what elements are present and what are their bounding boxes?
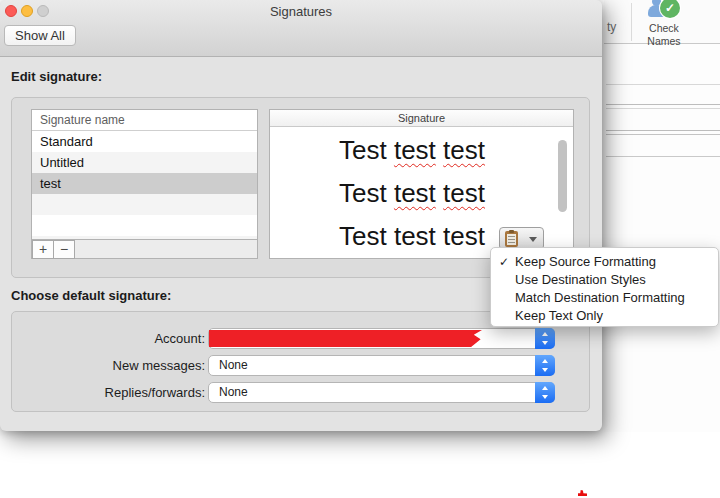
- replies-forwards-dropdown[interactable]: None: [208, 382, 555, 403]
- signature-text-line: Test test test: [339, 178, 485, 209]
- check-names-button[interactable]: ✓ Check Names: [634, 0, 694, 44]
- field-separator: [606, 134, 720, 135]
- list-item-untitled[interactable]: Untitled: [32, 152, 257, 173]
- signature-preview-pane[interactable]: Signature Test test test Test test test …: [269, 109, 574, 259]
- word: Test: [339, 135, 387, 165]
- dropdown-caret-icon: [529, 237, 537, 242]
- field-separator: [606, 156, 720, 157]
- titlebar: Signatures Show All: [0, 0, 602, 57]
- field-separator: [606, 84, 720, 85]
- menu-item-label: Match Destination Formatting: [515, 290, 685, 305]
- show-all-button[interactable]: Show All: [4, 25, 76, 46]
- word: Test: [339, 178, 387, 208]
- field-separator: [606, 130, 720, 131]
- checkmark-icon: ✓: [660, 0, 680, 18]
- new-messages-dropdown[interactable]: None: [208, 355, 555, 376]
- signature-preview-header: Signature: [270, 110, 573, 127]
- check-names-icon: ✓: [647, 0, 681, 21]
- word: Test: [339, 221, 387, 251]
- list-footer: + −: [32, 239, 257, 258]
- replies-forwards-label: Replies/forwards:: [12, 382, 205, 403]
- toolbar-label-fragment: ty: [607, 20, 616, 34]
- word: test: [394, 221, 436, 251]
- stepper-icon[interactable]: [535, 328, 555, 349]
- replies-forwards-value: None: [219, 383, 248, 402]
- red-scribble-artifact: [578, 490, 587, 496]
- word-misspelled: test: [394, 135, 436, 165]
- redaction-overlay: [209, 330, 482, 347]
- check-names-label-2: Names: [634, 36, 694, 47]
- new-messages-value: None: [219, 356, 248, 375]
- word-misspelled: test: [394, 178, 436, 208]
- list-item-empty[interactable]: [32, 194, 257, 215]
- signatures-dialog: Signatures Show All Edit signature: Sign…: [0, 0, 602, 431]
- stepper-icon[interactable]: [535, 382, 555, 403]
- list-item-standard[interactable]: Standard: [32, 131, 257, 152]
- menu-item-keep-source-formatting[interactable]: ✓ Keep Source Formatting: [491, 253, 718, 271]
- menu-item-label: Keep Text Only: [515, 308, 603, 323]
- word: test: [443, 221, 485, 251]
- toolbar-divider: [631, 3, 632, 41]
- paste-options-menu: ✓ Keep Source Formatting Use Destination…: [490, 247, 719, 327]
- list-item-empty[interactable]: [32, 215, 257, 236]
- menu-item-label: Use Destination Styles: [515, 272, 646, 287]
- checkmark-icon: ✓: [499, 253, 509, 271]
- edit-signature-heading: Edit signature:: [11, 69, 102, 84]
- menu-item-label: Keep Source Formatting: [515, 254, 656, 269]
- signature-text-line: Test test test: [339, 221, 485, 252]
- window-title: Signatures: [0, 4, 602, 19]
- signature-text-line: Test test test: [339, 135, 485, 166]
- menu-item-keep-text-only[interactable]: Keep Text Only: [491, 307, 718, 325]
- default-signature-heading: Choose default signature:: [11, 288, 171, 303]
- scrollbar-thumb[interactable]: [558, 140, 567, 212]
- field-separator: [606, 108, 720, 109]
- word-misspelled: test: [443, 178, 485, 208]
- background-toolbar: ty ✓ Check Names: [604, 0, 720, 44]
- background-compose-window: ty ✓ Check Names: [604, 0, 720, 432]
- new-messages-label: New messages:: [12, 355, 205, 376]
- add-signature-button[interactable]: +: [32, 240, 54, 259]
- check-names-label-1: Check: [634, 23, 694, 34]
- account-dropdown[interactable]: [208, 328, 555, 349]
- menu-item-match-destination-formatting[interactable]: Match Destination Formatting: [491, 289, 718, 307]
- list-item-test-selected[interactable]: test: [32, 173, 257, 194]
- signature-name-list: Signature name Standard Untitled test + …: [31, 109, 258, 259]
- screen: ty ✓ Check Names Signatures Show All: [0, 0, 720, 498]
- stepper-icon[interactable]: [535, 355, 555, 376]
- field-separator: [606, 104, 720, 105]
- word-misspelled: test: [443, 135, 485, 165]
- menu-item-use-destination-styles[interactable]: Use Destination Styles: [491, 271, 718, 289]
- signature-name-column-header[interactable]: Signature name: [32, 110, 257, 131]
- account-label: Account:: [12, 328, 205, 349]
- remove-signature-button[interactable]: −: [53, 240, 75, 259]
- clipboard-icon: [505, 231, 518, 247]
